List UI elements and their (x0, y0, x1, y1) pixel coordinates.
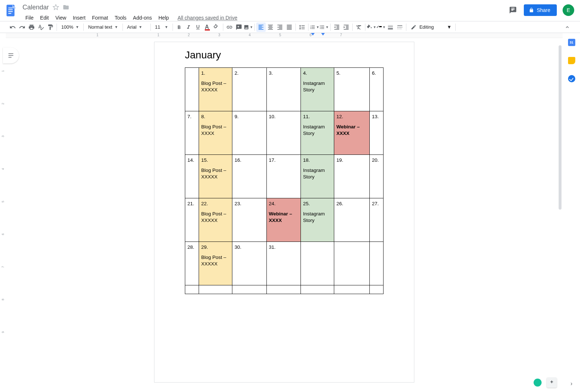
menu-edit[interactable]: Edit (37, 13, 52, 22)
calendar-cell[interactable]: 9. (232, 111, 267, 155)
highlight-color-icon[interactable] (212, 22, 221, 32)
collapse-toolbar-icon[interactable] (563, 22, 572, 32)
calendar-cell[interactable]: 4.Instagram Story (301, 68, 334, 111)
calendar-cell[interactable] (232, 285, 267, 294)
calendar-cell[interactable]: 23. (232, 198, 267, 242)
calendar-cell[interactable]: 10. (266, 111, 301, 155)
increase-indent-icon[interactable] (341, 22, 351, 32)
calendar-cell[interactable]: 29.Blog Post – XXXXX (199, 242, 232, 285)
calendar-cell[interactable]: 11.Instagram Story (301, 111, 334, 155)
menu-file[interactable]: File (22, 13, 37, 22)
spellcheck-icon[interactable] (36, 22, 46, 32)
calendar-cell[interactable] (185, 285, 199, 294)
calendar-table[interactable]: 1.Blog Post – XXXXX2.3.4.Instagram Story… (185, 67, 384, 294)
calendar-cell[interactable]: 8.Blog Post – XXXX (199, 111, 232, 155)
calendar-cell[interactable]: 21. (185, 198, 199, 242)
numbered-list-icon[interactable]: ▼ (310, 22, 319, 32)
underline-icon[interactable] (193, 22, 203, 32)
calendar-cell[interactable]: 6. (370, 68, 384, 111)
sidepanel-keep-icon[interactable] (568, 57, 575, 64)
calendar-cell[interactable]: 28. (185, 242, 199, 285)
calendar-cell[interactable] (370, 285, 384, 294)
font-dropdown[interactable]: Arial▼ (124, 22, 149, 32)
menu-view[interactable]: View (53, 13, 69, 22)
calendar-cell[interactable]: 13. (370, 111, 384, 155)
vertical-scrollbar[interactable] (558, 45, 562, 374)
redo-icon[interactable] (17, 22, 27, 32)
right-indent-marker[interactable] (311, 33, 315, 36)
calendar-cell[interactable]: 3. (266, 68, 301, 111)
add-comment-icon[interactable] (234, 22, 244, 32)
scrollbar-thumb[interactable] (559, 45, 562, 210)
calendar-cell[interactable]: 18.Instagram Story (301, 155, 334, 198)
comments-icon[interactable] (508, 5, 518, 15)
document-canvas[interactable]: January 1.Blog Post – XXXXX2.3.4.Instagr… (6, 38, 563, 392)
menu-addons[interactable]: Add-ons (130, 13, 155, 22)
calendar-cell[interactable]: 15.Blog Post – XXXXX (199, 155, 232, 198)
calendar-cell[interactable]: 5. (334, 68, 370, 111)
calendar-cell[interactable]: 14. (185, 155, 199, 198)
calendar-cell[interactable]: 24.Webinar – XXXX (266, 198, 301, 242)
insert-image-icon[interactable]: ▼ (244, 22, 253, 32)
account-avatar[interactable]: E (563, 4, 574, 16)
menu-help[interactable]: Help (156, 13, 172, 22)
docs-logo-icon[interactable] (5, 4, 18, 17)
explore-button[interactable] (547, 377, 557, 388)
right-margin-marker[interactable] (321, 33, 325, 36)
sidepanel-tasks-icon[interactable] (568, 75, 575, 82)
align-justify-icon[interactable] (285, 22, 294, 32)
calendar-cell[interactable] (334, 285, 370, 294)
sidepanel-collapse-icon[interactable]: › (571, 380, 572, 387)
calendar-cell[interactable]: 22.Blog Post – XXXXX (199, 198, 232, 242)
menu-tools[interactable]: Tools (112, 13, 129, 22)
share-button[interactable]: Share (524, 4, 557, 16)
sidepanel-calendar-icon[interactable] (568, 39, 575, 46)
text-color-icon[interactable]: A (203, 22, 212, 32)
calendar-cell[interactable] (334, 242, 370, 285)
calendar-cell[interactable]: 27. (370, 198, 384, 242)
italic-icon[interactable] (184, 22, 193, 32)
calendar-cell[interactable] (199, 285, 232, 294)
align-center-icon[interactable] (266, 22, 275, 32)
document-outline-toggle[interactable] (3, 48, 19, 63)
insert-link-icon[interactable] (225, 22, 234, 32)
save-status[interactable]: All changes saved in Drive (178, 15, 237, 21)
calendar-cell[interactable] (185, 68, 199, 111)
calendar-cell[interactable] (301, 285, 334, 294)
calendar-cell[interactable]: 17. (266, 155, 301, 198)
calendar-cell[interactable]: 19. (334, 155, 370, 198)
menu-insert[interactable]: Insert (70, 13, 88, 22)
menu-format[interactable]: Format (89, 13, 111, 22)
calendar-cell[interactable]: 25.Instagram Story (301, 198, 334, 242)
paint-format-icon[interactable] (46, 22, 55, 32)
align-left-icon[interactable] (256, 22, 266, 32)
calendar-cell[interactable]: 2. (232, 68, 267, 111)
border-width-icon[interactable] (386, 22, 395, 32)
calendar-cell[interactable]: 12.Webinar – XXXX (334, 111, 370, 155)
paragraph-style-dropdown[interactable]: Normal text▼ (85, 22, 121, 32)
calendar-cell[interactable]: 16. (232, 155, 267, 198)
border-color-icon[interactable]: ▼ (376, 22, 386, 32)
page[interactable]: January 1.Blog Post – XXXXX2.3.4.Instagr… (154, 42, 414, 383)
clear-formatting-icon[interactable] (354, 22, 364, 32)
cell-fill-color-icon[interactable]: ▼ (367, 22, 376, 32)
font-size-dropdown[interactable]: 11▼ (152, 22, 171, 32)
editing-mode-dropdown[interactable]: Editing ▼ (408, 24, 454, 30)
decrease-indent-icon[interactable] (332, 22, 341, 32)
calendar-cell[interactable] (301, 242, 334, 285)
bold-icon[interactable] (174, 22, 184, 32)
zoom-dropdown[interactable]: 100%▼ (58, 22, 82, 32)
calendar-cell[interactable]: 1.Blog Post – XXXXX (199, 68, 232, 111)
calendar-cell[interactable]: 31. (266, 242, 301, 285)
calendar-cell[interactable]: 30. (232, 242, 267, 285)
bulleted-list-icon[interactable]: ▼ (319, 22, 329, 32)
calendar-cell[interactable] (370, 242, 384, 285)
page-heading[interactable]: January (185, 49, 384, 61)
calendar-cell[interactable]: 20. (370, 155, 384, 198)
border-style-icon[interactable] (395, 22, 405, 32)
print-icon[interactable] (27, 22, 36, 32)
horizontal-ruler[interactable]: 1 1 2 3 4 5 6 7 (6, 33, 563, 38)
line-spacing-icon[interactable] (297, 22, 307, 32)
move-folder-icon[interactable] (63, 4, 69, 11)
calendar-cell[interactable] (266, 285, 301, 294)
